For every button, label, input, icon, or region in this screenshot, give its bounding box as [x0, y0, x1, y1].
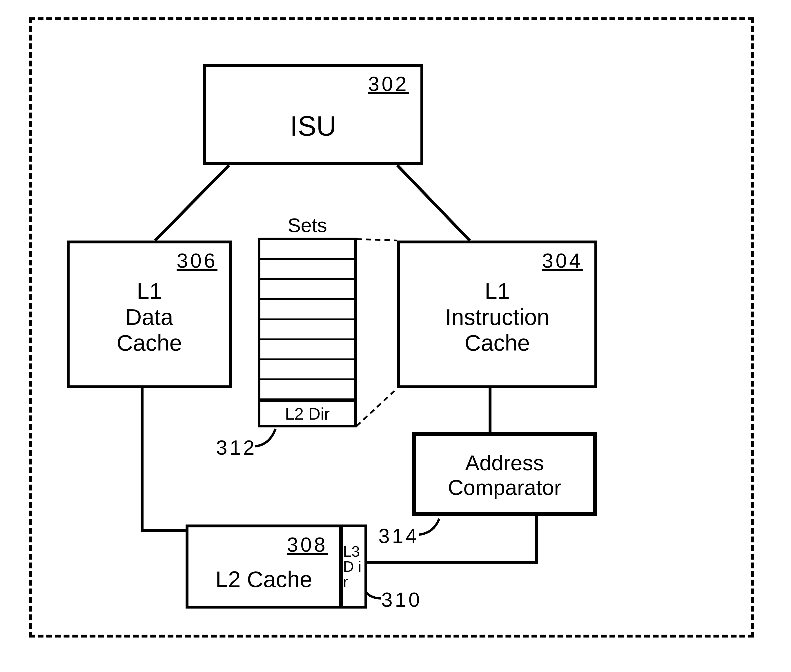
- ref-sets: 312: [216, 436, 257, 459]
- sets-row: [260, 320, 354, 340]
- label-l2-cache: L2 Cache: [186, 566, 342, 593]
- ref-l1-data: 306: [176, 249, 217, 272]
- label-l1-data: L1 Data Cache: [67, 278, 232, 356]
- diagram-canvas: 302 ISU 306 L1 Data Cache 304 L1 Instruc…: [0, 0, 791, 672]
- sets-row: [260, 340, 354, 360]
- label-l3-dir: L3 D i r: [343, 544, 364, 589]
- sets-row: [260, 240, 354, 260]
- sets-stack: L2 Dir: [258, 238, 357, 427]
- sets-row: [260, 360, 354, 380]
- sets-row: [260, 380, 354, 400]
- sets-row: [260, 260, 354, 280]
- ref-l2-cache: 308: [287, 533, 328, 556]
- label-isu: ISU: [203, 110, 424, 142]
- sets-row: [260, 300, 354, 320]
- label-addr-comparator: Address Comparator: [412, 451, 597, 500]
- block-l3-dir: L3 D i r: [341, 525, 367, 608]
- ref-isu: 302: [368, 72, 409, 96]
- label-l1-instr: L1 Instruction Cache: [397, 278, 597, 356]
- sets-l2dir: L2 Dir: [260, 400, 354, 425]
- sets-row: [260, 280, 354, 300]
- ref-l1-instr: 304: [542, 249, 583, 272]
- sets-title: Sets: [258, 214, 357, 237]
- ref-addr-comparator: 314: [379, 525, 419, 548]
- ref-l3-dir: 310: [381, 588, 422, 611]
